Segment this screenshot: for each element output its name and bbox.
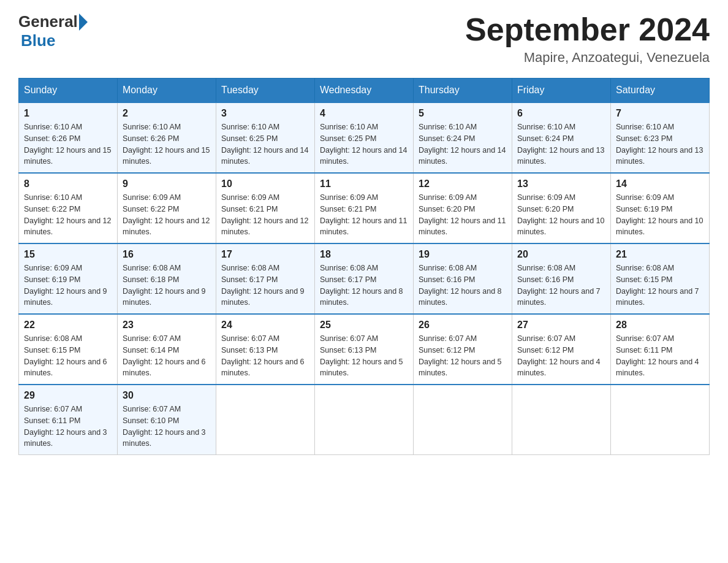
day-info: Sunrise: 6:08 AMSunset: 6:18 PMDaylight:…: [123, 262, 211, 308]
day-number: 16: [123, 249, 211, 260]
day-info: Sunrise: 6:09 AMSunset: 6:22 PMDaylight:…: [123, 192, 211, 238]
calendar-cell: 14Sunrise: 6:09 AMSunset: 6:19 PMDayligh…: [611, 173, 710, 243]
calendar-cell: [216, 385, 315, 455]
day-info: Sunrise: 6:10 AMSunset: 6:26 PMDaylight:…: [123, 121, 211, 167]
day-number: 29: [24, 390, 112, 401]
page-header: General Blue September 2024 Mapire, Anzo…: [18, 12, 710, 66]
day-number: 15: [24, 249, 112, 260]
day-number: 26: [419, 320, 507, 331]
day-number: 6: [517, 108, 605, 119]
calendar-cell: 26Sunrise: 6:07 AMSunset: 6:12 PMDayligh…: [414, 314, 512, 385]
day-number: 28: [616, 320, 704, 331]
day-number: 4: [320, 108, 408, 119]
calendar-title: September 2024: [465, 12, 710, 47]
day-number: 22: [24, 320, 112, 331]
day-number: 14: [616, 178, 704, 190]
day-info: Sunrise: 6:10 AMSunset: 6:26 PMDaylight:…: [24, 121, 112, 167]
day-info: Sunrise: 6:07 AMSunset: 6:13 PMDaylight:…: [221, 333, 309, 379]
day-number: 10: [221, 178, 309, 190]
calendar-cell: [512, 385, 611, 455]
day-number: 19: [419, 249, 507, 260]
week-row-3: 15Sunrise: 6:09 AMSunset: 6:19 PMDayligh…: [19, 243, 710, 314]
day-number: 7: [616, 108, 704, 119]
calendar-cell: 1Sunrise: 6:10 AMSunset: 6:26 PMDaylight…: [19, 102, 118, 173]
title-block: September 2024 Mapire, Anzoategui, Venez…: [465, 12, 710, 66]
calendar-cell: 17Sunrise: 6:08 AMSunset: 6:17 PMDayligh…: [216, 243, 315, 314]
day-info: Sunrise: 6:07 AMSunset: 6:10 PMDaylight:…: [123, 404, 211, 450]
calendar-cell: 18Sunrise: 6:08 AMSunset: 6:17 PMDayligh…: [315, 243, 414, 314]
calendar-cell: 27Sunrise: 6:07 AMSunset: 6:12 PMDayligh…: [512, 314, 611, 385]
header-tuesday: Tuesday: [216, 79, 315, 103]
calendar-cell: [414, 385, 512, 455]
day-number: 17: [221, 249, 309, 260]
day-info: Sunrise: 6:07 AMSunset: 6:14 PMDaylight:…: [123, 333, 211, 379]
day-info: Sunrise: 6:07 AMSunset: 6:11 PMDaylight:…: [616, 333, 704, 379]
day-number: 20: [517, 249, 605, 260]
calendar-cell: 29Sunrise: 6:07 AMSunset: 6:11 PMDayligh…: [19, 385, 118, 455]
day-info: Sunrise: 6:10 AMSunset: 6:25 PMDaylight:…: [320, 121, 408, 167]
header-friday: Friday: [512, 79, 611, 103]
day-number: 25: [320, 320, 408, 331]
day-info: Sunrise: 6:10 AMSunset: 6:24 PMDaylight:…: [517, 121, 605, 167]
calendar-cell: 19Sunrise: 6:08 AMSunset: 6:16 PMDayligh…: [414, 243, 512, 314]
week-row-2: 8Sunrise: 6:10 AMSunset: 6:22 PMDaylight…: [19, 173, 710, 243]
header-monday: Monday: [118, 79, 216, 103]
calendar-cell: 21Sunrise: 6:08 AMSunset: 6:15 PMDayligh…: [611, 243, 710, 314]
header-saturday: Saturday: [611, 79, 710, 103]
logo-text-blue: Blue: [21, 31, 55, 50]
day-info: Sunrise: 6:07 AMSunset: 6:12 PMDaylight:…: [517, 333, 605, 379]
week-row-5: 29Sunrise: 6:07 AMSunset: 6:11 PMDayligh…: [19, 385, 710, 455]
day-info: Sunrise: 6:07 AMSunset: 6:12 PMDaylight:…: [419, 333, 507, 379]
calendar-cell: 4Sunrise: 6:10 AMSunset: 6:25 PMDaylight…: [315, 102, 414, 173]
logo: General Blue: [18, 12, 88, 50]
day-number: 3: [221, 108, 309, 119]
day-info: Sunrise: 6:09 AMSunset: 6:21 PMDaylight:…: [320, 192, 408, 238]
calendar-cell: 5Sunrise: 6:10 AMSunset: 6:24 PMDaylight…: [414, 102, 512, 173]
day-info: Sunrise: 6:09 AMSunset: 6:20 PMDaylight:…: [419, 192, 507, 238]
day-number: 1: [24, 108, 112, 119]
day-info: Sunrise: 6:10 AMSunset: 6:23 PMDaylight:…: [616, 121, 704, 167]
calendar-cell: 7Sunrise: 6:10 AMSunset: 6:23 PMDaylight…: [611, 102, 710, 173]
day-number: 13: [517, 178, 605, 190]
day-info: Sunrise: 6:08 AMSunset: 6:15 PMDaylight:…: [616, 262, 704, 308]
day-info: Sunrise: 6:08 AMSunset: 6:17 PMDaylight:…: [221, 262, 309, 308]
day-number: 5: [419, 108, 507, 119]
weekday-header-row: Sunday Monday Tuesday Wednesday Thursday…: [19, 79, 710, 103]
day-info: Sunrise: 6:09 AMSunset: 6:21 PMDaylight:…: [221, 192, 309, 238]
header-wednesday: Wednesday: [315, 79, 414, 103]
calendar-cell: 16Sunrise: 6:08 AMSunset: 6:18 PMDayligh…: [118, 243, 216, 314]
calendar-cell: 3Sunrise: 6:10 AMSunset: 6:25 PMDaylight…: [216, 102, 315, 173]
day-number: 8: [24, 178, 112, 190]
calendar-cell: 20Sunrise: 6:08 AMSunset: 6:16 PMDayligh…: [512, 243, 611, 314]
day-info: Sunrise: 6:08 AMSunset: 6:16 PMDaylight:…: [517, 262, 605, 308]
day-info: Sunrise: 6:08 AMSunset: 6:16 PMDaylight:…: [419, 262, 507, 308]
day-info: Sunrise: 6:07 AMSunset: 6:11 PMDaylight:…: [24, 404, 112, 450]
header-thursday: Thursday: [414, 79, 512, 103]
day-number: 21: [616, 249, 704, 260]
calendar-cell: 2Sunrise: 6:10 AMSunset: 6:26 PMDaylight…: [118, 102, 216, 173]
calendar-cell: 9Sunrise: 6:09 AMSunset: 6:22 PMDaylight…: [118, 173, 216, 243]
calendar-cell: 12Sunrise: 6:09 AMSunset: 6:20 PMDayligh…: [414, 173, 512, 243]
day-info: Sunrise: 6:09 AMSunset: 6:20 PMDaylight:…: [517, 192, 605, 238]
calendar-cell: 22Sunrise: 6:08 AMSunset: 6:15 PMDayligh…: [19, 314, 118, 385]
day-number: 2: [123, 108, 211, 119]
day-number: 23: [123, 320, 211, 331]
calendar-cell: 10Sunrise: 6:09 AMSunset: 6:21 PMDayligh…: [216, 173, 315, 243]
calendar-cell: 11Sunrise: 6:09 AMSunset: 6:21 PMDayligh…: [315, 173, 414, 243]
calendar-cell: [315, 385, 414, 455]
calendar-cell: 6Sunrise: 6:10 AMSunset: 6:24 PMDaylight…: [512, 102, 611, 173]
day-number: 18: [320, 249, 408, 260]
calendar-cell: 8Sunrise: 6:10 AMSunset: 6:22 PMDaylight…: [19, 173, 118, 243]
calendar-cell: 25Sunrise: 6:07 AMSunset: 6:13 PMDayligh…: [315, 314, 414, 385]
day-number: 24: [221, 320, 309, 331]
day-info: Sunrise: 6:10 AMSunset: 6:24 PMDaylight:…: [419, 121, 507, 167]
calendar-cell: 23Sunrise: 6:07 AMSunset: 6:14 PMDayligh…: [118, 314, 216, 385]
day-number: 11: [320, 178, 408, 190]
day-number: 30: [123, 390, 211, 401]
calendar-cell: 28Sunrise: 6:07 AMSunset: 6:11 PMDayligh…: [611, 314, 710, 385]
calendar-cell: 30Sunrise: 6:07 AMSunset: 6:10 PMDayligh…: [118, 385, 216, 455]
day-number: 9: [123, 178, 211, 190]
day-info: Sunrise: 6:07 AMSunset: 6:13 PMDaylight:…: [320, 333, 408, 379]
calendar-table: Sunday Monday Tuesday Wednesday Thursday…: [18, 78, 710, 455]
day-info: Sunrise: 6:10 AMSunset: 6:25 PMDaylight:…: [221, 121, 309, 167]
